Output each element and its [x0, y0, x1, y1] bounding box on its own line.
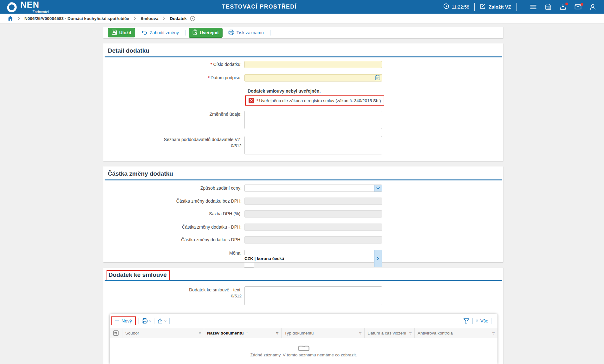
filter-funnel-icon	[463, 318, 470, 324]
breadcrumb-item-procurement[interactable]: N006/25/V00004583 - Domácí kuchyňské spo…	[24, 16, 129, 21]
sort-ascending-icon: ↑	[246, 331, 248, 336]
edit-icon	[480, 3, 486, 11]
dropdown-chevron-icon[interactable]	[374, 185, 382, 192]
sazba-dph-label: Sazba DPH (%):	[103, 210, 244, 218]
documents-grid: Nový ▽ ▽	[110, 314, 497, 364]
field-row-dodatek-text: Dodatek ke smlouvě - text: 0/512	[103, 286, 382, 305]
unchecked-x-icon[interactable]: ✕	[249, 98, 254, 103]
export-icon	[157, 318, 163, 324]
mena-value: CZK | koruna česká	[244, 255, 382, 262]
column-settings-icon	[113, 330, 119, 336]
save-button[interactable]: Uložit	[108, 28, 135, 37]
empty-message: Žádné záznamy. V tomto seznamu nemáme co…	[250, 353, 357, 357]
field-row-zmenene-udaje: Změněné údaje:	[103, 111, 382, 129]
column-filter-icon[interactable]: ▽	[274, 332, 278, 335]
save-label: Uložit	[119, 30, 131, 35]
zpusob-zadani-select[interactable]	[244, 185, 382, 192]
datum-podpisu-input[interactable]	[244, 74, 382, 81]
downloads-icon[interactable]	[560, 4, 566, 10]
print-record-button[interactable]: Tisk záznamu	[226, 29, 266, 36]
column-filter-icon[interactable]: ▽	[490, 332, 495, 335]
toolbar-divider	[169, 318, 170, 324]
show-all-label: Vše	[480, 318, 488, 323]
dph-input	[244, 224, 382, 231]
publish-label: Uveřejnit	[200, 30, 219, 35]
column-filter-icon[interactable]: ▽	[196, 332, 201, 335]
char-counter: 0/512	[103, 293, 242, 299]
column-header-soubor[interactable]: Soubor ▽	[122, 328, 204, 338]
caret-down-icon[interactable]: ▽	[149, 320, 151, 322]
section-castka-zmeny: Částka změny dodatku Způsob zadání ceny:…	[103, 166, 503, 262]
column-settings-button[interactable]	[110, 328, 122, 338]
breadcrumb: N006/25/V00004583 - Domácí kuchyňské spo…	[0, 14, 604, 23]
zmenene-udaje-textarea[interactable]	[244, 111, 382, 129]
save-icon	[112, 29, 117, 36]
toolbar-divider	[472, 318, 473, 324]
publish-icon	[192, 29, 198, 36]
record-toolbar: Uložit Zahodit změny Uveřejnit	[103, 27, 503, 38]
field-row-cislo-dodatku: *Číslo dodatku:	[103, 61, 382, 68]
header-actions: 11:22:58 Založit VZ	[443, 0, 596, 14]
section-underline	[105, 56, 502, 57]
registry-checkbox-row: ✕ *Uveřejněno dle zákona o registru smlu…	[245, 95, 384, 106]
print-record-label: Tisk záznamu	[237, 30, 264, 35]
datepicker-icon[interactable]	[375, 75, 380, 81]
column-filter-icon[interactable]: ▽	[407, 332, 412, 335]
publish-button[interactable]: Uveřejnit	[189, 28, 223, 38]
discard-changes-label: Zahodit změny	[150, 30, 179, 35]
close-tab-icon[interactable]	[190, 16, 195, 21]
column-header-nazev-dokumentu[interactable]: Název dokumentu ↑ ▽	[204, 328, 282, 338]
caret-down-icon[interactable]: ▽	[164, 320, 166, 322]
breadcrumb-item-dodatek[interactable]: Dodatek	[170, 16, 186, 21]
filter-button[interactable]	[463, 318, 470, 324]
home-icon[interactable]	[8, 16, 13, 21]
mail-icon[interactable]	[575, 4, 581, 10]
empty-tray-icon	[298, 345, 310, 351]
user-icon[interactable]	[590, 4, 596, 10]
breadcrumb-item-smlouva[interactable]: Smlouva	[140, 16, 158, 21]
dph-label: Částka změny dodatku - DPH:	[103, 224, 244, 231]
section-title: Detail dodatku	[103, 43, 503, 56]
grid-header-row: Soubor ▽ Název dokumentu ↑ ▽ Typ dokumen…	[110, 328, 497, 338]
discard-changes-button[interactable]: Zahodit změny	[139, 30, 181, 36]
dodatek-text-label: Dodatek ke smlouvě - text: 0/512	[103, 286, 244, 299]
required-mark: *	[257, 98, 258, 103]
cislo-dodatku-input[interactable]	[244, 61, 382, 68]
seznam-poddodavatelu-textarea[interactable]	[244, 136, 382, 154]
section-title: Částka změny dodatku	[103, 166, 503, 179]
mena-field[interactable]: CZK | koruna česká	[244, 250, 382, 268]
nen-application: NEN Zadavatel TESTOVACÍ PROSTŘEDÍ 11:22:…	[0, 0, 604, 364]
current-time: 11:22:58	[452, 4, 469, 10]
nen-logo[interactable]: NEN Zadavatel	[6, 1, 49, 15]
menu-icon[interactable]	[530, 4, 537, 10]
datum-podpisu-label: *Datum podpisu:	[103, 74, 244, 81]
lookup-chevron-icon[interactable]	[374, 250, 382, 267]
print-list-button[interactable]: ▽	[142, 318, 151, 324]
export-button[interactable]: ▽	[157, 318, 166, 324]
registry-label: *Uveřejněno dle zákona o registru smluv …	[257, 98, 381, 103]
bez-dph-input	[244, 198, 382, 205]
header-divider	[516, 3, 516, 11]
field-row-sazba-dph: Sazba DPH (%):	[103, 210, 382, 218]
caret-down-icon: ▽	[476, 319, 478, 322]
printer-icon	[228, 29, 234, 36]
column-header-datum-vlozeni[interactable]: Datum a čas vložení ▽	[365, 328, 415, 338]
new-vz-label: Založit VZ	[489, 4, 511, 10]
s-dph-label: Částka změny dodatku s DPH:	[103, 236, 244, 244]
chevron-right-icon	[163, 16, 165, 20]
calendar-icon[interactable]	[545, 4, 551, 10]
show-all-button[interactable]: ▽ Vše	[476, 318, 488, 323]
section-underline	[105, 179, 502, 180]
field-row-dph: Částka změny dodatku - DPH:	[103, 224, 382, 231]
annotation-highlight: Dodatek ke smlouvě	[107, 270, 170, 280]
new-vz-button[interactable]: Založit VZ	[480, 3, 511, 11]
sazba-dph-input	[244, 210, 382, 218]
toolbar-divider	[270, 30, 270, 36]
column-filter-icon[interactable]: ▽	[357, 332, 361, 335]
new-document-button[interactable]: Nový	[112, 317, 135, 325]
column-header-typ-dokumentu[interactable]: Typ dokumentu ▽	[282, 328, 365, 338]
annotation-highlight: Nový	[111, 316, 136, 325]
column-header-antivirova-kontrola[interactable]: Antivirová kontrola ▽	[415, 328, 497, 338]
field-row-datum-podpisu: *Datum podpisu:	[103, 74, 382, 81]
dodatek-text-textarea[interactable]	[244, 286, 382, 305]
